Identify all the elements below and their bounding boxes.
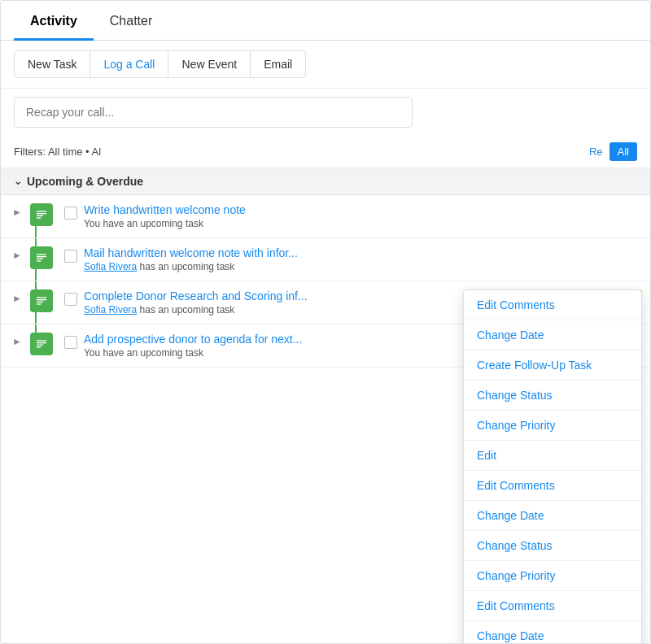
task-subtitle-text-3: has an upcoming task (140, 304, 235, 315)
recap-input[interactable] (14, 97, 413, 128)
task-content-2: Mail handwritten welcome note with infor… (84, 246, 642, 272)
task-item-wrapper-1: ► Write handwritten welcome note You hav… (1, 195, 650, 238)
new-task-button[interactable]: New Task (14, 50, 90, 78)
task-icon-4 (30, 333, 53, 355)
task-connector-1 (30, 203, 53, 226)
svg-rect-0 (37, 211, 46, 211)
new-event-button[interactable]: New Event (168, 50, 251, 78)
task-checkbox-1[interactable] (64, 207, 77, 220)
menu-item-edit-comments-1[interactable]: Edit Comments (464, 290, 641, 320)
menu-item-change-priority-1[interactable]: Change Priority (464, 411, 641, 441)
task-list-icon-3 (35, 294, 48, 307)
task-expand-1[interactable]: ► (9, 205, 25, 220)
task-item-wrapper-3: ► Complete Donor Research and Scoring in… (1, 281, 650, 324)
svg-rect-6 (37, 259, 43, 259)
svg-rect-7 (37, 260, 41, 261)
svg-rect-11 (37, 303, 41, 304)
task-connector-4 (30, 333, 53, 355)
svg-rect-5 (37, 256, 46, 257)
svg-rect-10 (37, 302, 43, 302)
task-connector-3 (30, 289, 53, 312)
task-checkbox-3[interactable] (64, 293, 77, 306)
task-subtitle-2: Sofia Rivera has an upcoming task (84, 261, 642, 272)
menu-item-edit-1[interactable]: Edit (464, 441, 641, 471)
task-icon-3 (30, 289, 53, 312)
task-subtitle-1: You have an upcoming task (84, 218, 642, 229)
recap-area (1, 89, 650, 136)
task-title-2[interactable]: Mail handwritten welcome note with infor… (84, 246, 642, 259)
tab-activity[interactable]: Activity (14, 1, 94, 41)
task-expand-2[interactable]: ► (9, 248, 25, 263)
task-checkbox-2[interactable] (64, 250, 77, 263)
task-checkbox-4[interactable] (64, 336, 77, 349)
menu-item-create-followup[interactable]: Create Follow-Up Task (464, 350, 641, 381)
menu-item-change-status-1[interactable]: Change Status (464, 381, 641, 411)
svg-rect-3 (37, 217, 41, 218)
task-list: ► Write handwritten welcome note You hav… (1, 195, 650, 368)
svg-rect-9 (37, 299, 46, 300)
task-item: ► Write handwritten welcome note You hav… (1, 195, 650, 238)
email-button[interactable]: Email (251, 50, 306, 78)
task-connector-2 (30, 246, 53, 269)
task-subtitle-text-2: has an upcoming task (140, 261, 235, 272)
menu-item-change-date-1[interactable]: Change Date (464, 320, 641, 350)
svg-rect-4 (37, 254, 46, 255)
task-expand-4[interactable]: ► (9, 334, 25, 349)
task-item-wrapper-2: ► Mail handwritten welcome note with inf… (1, 238, 650, 281)
filters-bar: Filters: All time • Al Re All (1, 136, 650, 168)
task-icon-2 (30, 246, 53, 269)
task-list-icon-1 (35, 208, 48, 221)
context-menu: Edit Comments Change Date Create Follow-… (463, 289, 642, 644)
svg-rect-8 (37, 297, 46, 298)
filter-expand-button[interactable]: All (609, 142, 637, 161)
refresh-link[interactable]: Re (589, 146, 603, 158)
menu-item-change-date-3[interactable]: Change Date (464, 621, 641, 644)
menu-item-edit-comments-3[interactable]: Edit Comments (464, 591, 641, 621)
task-list-icon-4 (35, 337, 48, 350)
section-upcoming-overdue: ⌄ Upcoming & Overdue (1, 168, 650, 195)
person-link-3[interactable]: Sofia Rivera (84, 304, 137, 315)
main-card: Activity Chatter New Task Log a Call New… (0, 0, 651, 644)
svg-rect-15 (37, 346, 41, 347)
task-icon-1 (30, 203, 53, 226)
task-title-1[interactable]: Write handwritten welcome note (84, 203, 642, 216)
task-item: ► Mail handwritten welcome note with inf… (1, 238, 650, 281)
svg-rect-13 (37, 342, 46, 343)
filter-text: Filters: All time • Al (14, 146, 101, 158)
svg-rect-12 (37, 340, 46, 341)
task-content-1: Write handwritten welcome note You have … (84, 203, 642, 229)
log-a-call-button[interactable]: Log a Call (90, 50, 168, 78)
section-chevron-icon[interactable]: ⌄ (14, 176, 22, 187)
menu-item-edit-comments-2[interactable]: Edit Comments (464, 471, 641, 501)
menu-item-change-priority-2[interactable]: Change Priority (464, 561, 641, 591)
svg-rect-1 (37, 213, 46, 214)
svg-rect-2 (37, 215, 43, 216)
person-link-2[interactable]: Sofia Rivera (84, 261, 137, 272)
task-expand-3[interactable]: ► (9, 291, 25, 306)
tab-chatter[interactable]: Chatter (94, 1, 168, 41)
menu-item-change-date-2[interactable]: Change Date (464, 501, 641, 531)
svg-rect-14 (37, 345, 43, 346)
task-list-icon-2 (35, 251, 48, 264)
tabs-container: Activity Chatter (1, 1, 650, 41)
section-title: Upcoming & Overdue (27, 175, 143, 188)
menu-item-change-status-2[interactable]: Change Status (464, 531, 641, 561)
action-buttons-bar: New Task Log a Call New Event Email (1, 41, 650, 89)
